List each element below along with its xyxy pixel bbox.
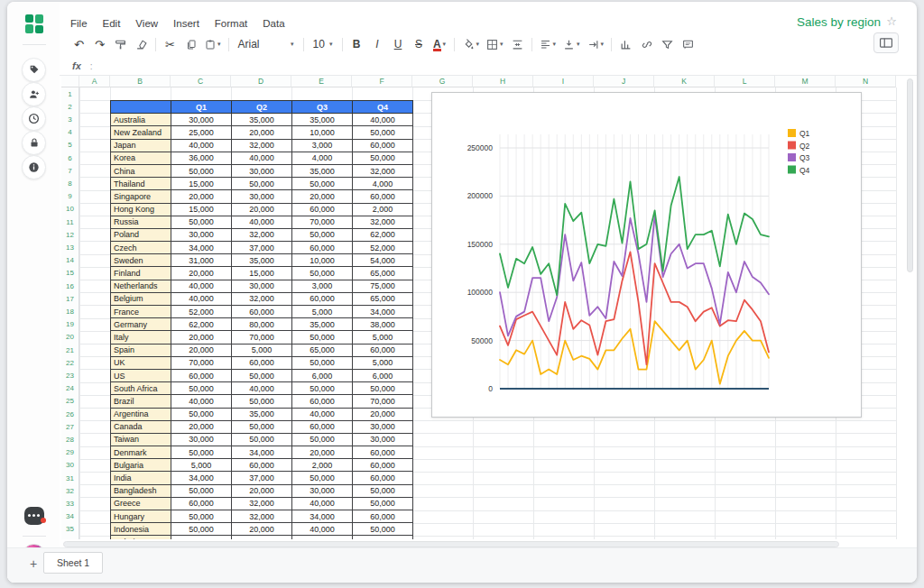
sheet-grid[interactable]: ABCDEFGHIJKLMN 1234567891011121314151617… — [61, 76, 903, 539]
cell-D15[interactable]: 15,000 — [232, 267, 292, 280]
person-add-icon[interactable] — [22, 82, 46, 106]
cell-C29[interactable]: 50,000 — [171, 446, 232, 459]
row-header-28[interactable]: 28 — [61, 433, 79, 446]
cell-E18[interactable]: 5,000 — [292, 306, 353, 318]
cell-B17[interactable]: Belgium — [111, 292, 171, 305]
col-header-K[interactable]: K — [654, 76, 715, 87]
row-header-17[interactable]: 17 — [61, 292, 79, 305]
underline-button[interactable]: U — [392, 36, 405, 52]
row-header-2[interactable]: 2 — [61, 100, 79, 113]
cell-D19[interactable]: 80,000 — [232, 318, 292, 331]
cell-E8[interactable]: 50,000 — [292, 178, 353, 190]
row-header-24[interactable]: 24 — [61, 382, 79, 395]
row-header-6[interactable]: 6 — [61, 152, 79, 164]
row-header-31[interactable]: 31 — [61, 472, 79, 484]
row-header-7[interactable]: 7 — [61, 164, 79, 177]
formula-bar[interactable]: fx : — [60, 57, 917, 76]
cell-C27[interactable]: 20,000 — [171, 420, 232, 433]
col-header-B[interactable]: B — [110, 76, 171, 87]
text-color-button[interactable]: A▾ — [433, 36, 447, 52]
col-header-I[interactable]: I — [533, 76, 594, 87]
col-header-D[interactable]: D — [231, 76, 291, 87]
col-header-G[interactable]: G — [412, 76, 473, 87]
paint-format-icon[interactable] — [114, 36, 127, 52]
sheet-tab[interactable]: Sheet 1 — [43, 552, 103, 574]
cell-C35[interactable]: 50,000 — [171, 523, 232, 536]
cell-D28[interactable]: 50,000 — [232, 433, 292, 446]
cell-F30[interactable]: 60,000 — [353, 459, 413, 472]
cell-B13[interactable]: Czech — [111, 242, 171, 254]
cell-D31[interactable]: 37,000 — [232, 472, 292, 484]
cell-E35[interactable]: 40,000 — [292, 523, 353, 536]
cell-D20[interactable]: 70,000 — [232, 331, 292, 344]
row-header-15[interactable]: 15 — [61, 267, 79, 280]
cell-C13[interactable]: 34,000 — [171, 242, 232, 254]
cell-F33[interactable]: 50,000 — [353, 497, 413, 510]
cell-B12[interactable]: Poland — [111, 228, 171, 241]
cell-B14[interactable]: Sweden — [111, 254, 171, 267]
row-header-35[interactable]: 35 — [61, 523, 79, 536]
row-header-29[interactable]: 29 — [61, 446, 79, 459]
cell-C10[interactable]: 15,000 — [171, 203, 232, 216]
cell-E28[interactable]: 50,000 — [292, 433, 353, 446]
row-header-12[interactable]: 12 — [61, 228, 79, 241]
cell-C20[interactable]: 20,000 — [171, 331, 232, 344]
document-title[interactable]: Sales by region — [797, 15, 881, 29]
cell-D5[interactable]: 32,000 — [232, 139, 292, 152]
copy-icon[interactable] — [184, 36, 198, 52]
cell-D29[interactable]: 34,000 — [232, 446, 292, 459]
fill-color-icon[interactable]: ▾ — [462, 36, 480, 52]
font-family-select[interactable]: Arial▾ — [236, 36, 296, 52]
cell-E26[interactable]: 40,000 — [292, 408, 353, 420]
cell-E31[interactable]: 50,000 — [292, 472, 353, 484]
cell-E24[interactable]: 50,000 — [292, 382, 353, 395]
cell-F26[interactable]: 20,000 — [353, 408, 413, 420]
cell-E12[interactable]: 50,000 — [292, 228, 353, 241]
row-header-16[interactable]: 16 — [61, 280, 79, 292]
cell-F17[interactable]: 65,000 — [353, 292, 413, 305]
menu-format[interactable]: Format — [215, 18, 247, 29]
cell-E27[interactable]: 60,000 — [292, 420, 353, 433]
menu-data[interactable]: Data — [263, 18, 284, 29]
row-header-10[interactable]: 10 — [61, 203, 79, 216]
cell-C8[interactable]: 15,000 — [171, 178, 232, 190]
col-header-M[interactable]: M — [775, 76, 836, 87]
cell-B30[interactable]: Bulgaria — [111, 459, 171, 472]
cell-C24[interactable]: 50,000 — [171, 382, 232, 395]
cell-B4[interactable]: New Zealand — [111, 126, 171, 139]
col-header-E[interactable]: E — [291, 76, 352, 87]
cell-B8[interactable]: Thailand — [111, 178, 171, 190]
cell-B6[interactable]: Korea — [111, 152, 171, 164]
cell-D13[interactable]: 37,000 — [232, 242, 292, 254]
cell-B7[interactable]: China — [111, 164, 171, 177]
cell-C2[interactable]: Q1 — [171, 101, 232, 114]
cell-F6[interactable]: 50,000 — [353, 152, 413, 164]
cell-C15[interactable]: 20,000 — [171, 267, 232, 280]
font-size-select[interactable]: 10▾ — [311, 36, 335, 52]
cell-E32[interactable]: 30,000 — [292, 484, 353, 497]
cell-C36[interactable]: 32,000 — [171, 536, 232, 539]
cell-D24[interactable]: 40,000 — [232, 382, 292, 395]
col-header-F[interactable]: F — [352, 76, 412, 87]
cell-B36[interactable]: Dubai — [111, 536, 171, 539]
cell-C4[interactable]: 25,000 — [171, 126, 232, 139]
cell-B18[interactable]: France — [111, 306, 171, 318]
cell-D2[interactable]: Q2 — [232, 101, 292, 114]
menu-file[interactable]: File — [70, 18, 88, 29]
redo-icon[interactable]: ↷ — [93, 36, 106, 52]
cell-F19[interactable]: 38,000 — [353, 318, 413, 331]
cell-C23[interactable]: 60,000 — [171, 369, 232, 381]
col-header-C[interactable]: C — [171, 76, 231, 87]
clear-format-icon[interactable] — [134, 36, 148, 52]
cell-D23[interactable]: 50,000 — [232, 369, 292, 381]
cell-F25[interactable]: 70,000 — [353, 395, 413, 408]
borders-icon[interactable]: ▾ — [486, 36, 504, 52]
cell-C5[interactable]: 40,000 — [171, 139, 232, 152]
star-icon[interactable]: ☆ — [886, 14, 897, 28]
cell-C12[interactable]: 30,000 — [171, 228, 232, 241]
row-header-8[interactable]: 8 — [61, 177, 79, 189]
cell-F24[interactable]: 50,000 — [353, 382, 413, 395]
cell-D11[interactable]: 40,000 — [232, 216, 292, 228]
cell-E20[interactable]: 50,000 — [292, 331, 353, 344]
row-header-5[interactable]: 5 — [61, 139, 79, 152]
